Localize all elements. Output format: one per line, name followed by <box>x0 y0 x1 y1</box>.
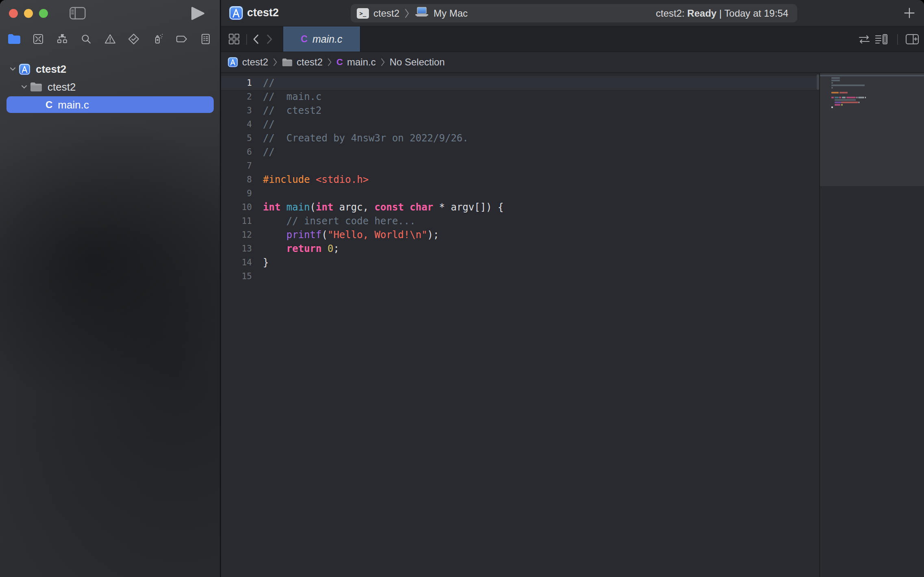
code-line-14[interactable]: 14} <box>221 256 819 269</box>
minimap-line-bar <box>835 99 856 101</box>
debug-navigator-tab[interactable] <box>149 30 166 48</box>
tree-item-main-c[interactable]: Cmain.c <box>0 96 220 114</box>
line-number: 8 <box>221 173 252 187</box>
code-text: #include <stdio.h> <box>263 173 369 187</box>
breadcrumb-label: ctest2 <box>242 56 268 68</box>
code-text: // Created by 4nsw3r on 2022/9/26. <box>263 131 469 145</box>
toggle-sidebar-button[interactable] <box>69 7 86 21</box>
code-line-4[interactable]: 4// <box>221 117 819 131</box>
show-all-tabs-button[interactable] <box>228 33 240 46</box>
xcode-project-icon <box>19 63 30 75</box>
code-line-2[interactable]: 2// main.c <box>221 90 819 104</box>
code-line-5[interactable]: 5// Created by 4nsw3r on 2022/9/26. <box>221 131 819 145</box>
code-line-8[interactable]: 8#include <stdio.h> <box>221 173 819 187</box>
minimize-button[interactable] <box>24 9 33 18</box>
code-line-15[interactable]: 15 <box>221 269 819 283</box>
minimap[interactable] <box>820 73 924 577</box>
close-button[interactable] <box>9 9 18 18</box>
minimap-line-bar <box>831 106 833 108</box>
code-line-1[interactable]: 1// <box>221 76 819 90</box>
go-forward-button[interactable] <box>267 34 273 46</box>
breadcrumb-label: main.c <box>347 56 376 68</box>
code-line-12[interactable]: 12 printf("Hello, World!\n"); <box>221 228 819 242</box>
code-text: int main(int argc, const char * argv[]) … <box>263 200 503 214</box>
find-navigator-tab[interactable] <box>78 30 95 48</box>
breadcrumb-item-no-selection[interactable]: No Selection <box>390 56 445 68</box>
line-number: 1 <box>221 76 252 90</box>
symbol-navigator-tab[interactable] <box>54 30 71 48</box>
tree-item-ctest2[interactable]: ctest2 <box>0 78 220 96</box>
code-line-10[interactable]: 10int main(int argc, const char * argv[]… <box>221 200 819 214</box>
code-text: } <box>263 256 269 269</box>
minimap-visible-band <box>820 73 924 186</box>
minimap-line-bar <box>831 97 834 98</box>
activity-view[interactable]: >_ ctest2 My Mac ctest2: Ready | Today a… <box>351 4 797 22</box>
line-number: 12 <box>221 228 252 242</box>
minimap-line-bar <box>831 87 833 89</box>
code-review-button[interactable] <box>858 35 870 46</box>
issue-navigator-tab[interactable] <box>102 30 119 48</box>
editor-options-icon <box>875 34 888 45</box>
project-navigator-tab[interactable] <box>6 30 23 48</box>
disclosure-chevron-icon[interactable] <box>21 85 27 89</box>
code-line-9[interactable]: 9 <box>221 187 819 200</box>
library-add-button[interactable] <box>904 7 915 20</box>
code-text: printf("Hello, World!\n"); <box>263 228 439 242</box>
sidebar-resize-divider[interactable] <box>220 0 221 577</box>
line-number: 3 <box>221 104 252 117</box>
status-project: ctest2: <box>656 8 685 19</box>
source-control-navigator-tab[interactable] <box>30 30 47 48</box>
breadcrumb-item-main-c[interactable]: Cmain.c <box>336 56 376 68</box>
minimap-line-bar <box>831 77 840 79</box>
adjust-editor-options-button[interactable] <box>875 34 888 46</box>
report-navigator-tab[interactable] <box>197 30 214 48</box>
tree-item-ctest2[interactable]: ctest2 <box>0 60 220 78</box>
breadcrumb-item-ctest2[interactable]: ctest2 <box>228 56 268 68</box>
my-mac-icon <box>414 7 429 20</box>
window-controls <box>9 9 48 18</box>
xcode-window: ctest2ctest2Cmain.c ctest2 >_ ctest2 My … <box>0 0 924 577</box>
chevron-right-icon <box>328 58 332 66</box>
code-text: // <box>263 76 275 90</box>
tree-item-label: ctest2 <box>36 63 66 76</box>
test-navigator-tab[interactable] <box>125 30 142 48</box>
tab-main-c[interactable]: C main.c <box>283 26 360 52</box>
chevron-right-icon <box>273 58 277 66</box>
code-line-3[interactable]: 3// ctest2 <box>221 104 819 117</box>
spray-can-icon <box>152 33 164 45</box>
tree-item-label: ctest2 <box>48 81 76 93</box>
minimap-line-bar <box>857 97 857 98</box>
xcode-project-icon <box>228 57 238 67</box>
code-editor[interactable]: 1//2// main.c3// ctest24//5// Created by… <box>221 73 819 577</box>
minimap-line-bar <box>831 92 839 93</box>
minimap-line-bar <box>820 75 924 76</box>
minimap-line-bar <box>865 97 866 98</box>
disclosure-chevron-icon[interactable] <box>10 67 16 71</box>
chevron-right-icon <box>381 58 385 66</box>
c-file-icon: C <box>46 99 52 111</box>
line-number: 13 <box>221 242 252 256</box>
go-back-button[interactable] <box>253 34 259 46</box>
line-number: 2 <box>221 90 252 104</box>
navigator-tab-bar <box>0 26 220 52</box>
build-status: ctest2: Ready | Today at 19:54 <box>656 8 797 19</box>
status-state: Ready <box>687 8 716 19</box>
scheme-selector[interactable]: >_ ctest2 My Mac <box>351 7 656 20</box>
folder-icon <box>282 58 293 67</box>
zoom-button[interactable] <box>39 9 48 18</box>
split-editor-plus-icon <box>905 34 919 45</box>
code-line-13[interactable]: 13 return 0; <box>221 242 819 256</box>
minimap-line-bar <box>831 80 840 81</box>
code-line-6[interactable]: 6// <box>221 145 819 159</box>
breakpoint-navigator-tab[interactable] <box>173 30 190 48</box>
breadcrumb-item-ctest2[interactable]: ctest2 <box>282 56 323 68</box>
toolbar: ctest2 >_ ctest2 My Mac ctest2: Ready | … <box>221 0 924 26</box>
minimap-line-bar <box>831 82 833 84</box>
run-button[interactable] <box>191 7 205 22</box>
code-line-11[interactable]: 11 // insert code here... <box>221 214 819 228</box>
code-line-7[interactable]: 7 <box>221 159 819 173</box>
navigator-sidebar: ctest2ctest2Cmain.c <box>0 0 220 577</box>
minimap-line-bar <box>841 104 843 106</box>
project-app-icon <box>229 6 243 20</box>
add-editor-button[interactable] <box>905 34 919 46</box>
